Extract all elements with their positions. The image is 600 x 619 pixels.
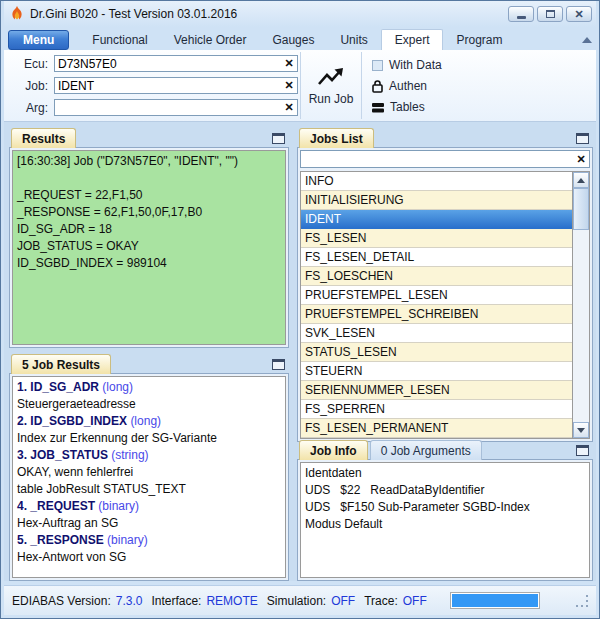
results-tab[interactable]: Results [11,128,76,148]
run-job-icon [316,66,346,88]
run-job-label: Run Job [309,92,354,106]
job-clear-icon[interactable]: ✕ [281,79,297,92]
jobs-list: INFOINITIALISIERUNGIDENTFS_LESENFS_LESEN… [301,172,572,438]
jobs-filter-clear-icon[interactable]: ✕ [573,153,589,166]
tables-button[interactable]: Tables [368,98,446,116]
progress-fill [452,594,538,607]
status-item: EDIABAS Version:7.3.0 [12,594,142,608]
tab-expert[interactable]: Expert [381,29,444,50]
log-line: [16:30:38] Job ("D73N57E0", "IDENT", "") [17,153,281,170]
result-name: 2. ID_SGBD_INDEX [17,414,130,428]
arg-clear-icon[interactable]: ✕ [281,101,297,114]
job-row-seriennummer_lesen[interactable]: SERIENNUMMER_LESEN [301,381,572,400]
jobs-list-tab[interactable]: Jobs List [299,128,374,148]
status-item: Interface:REMOTE [151,594,257,608]
status-value: 7.3.0 [116,594,143,608]
log-line: JOB_STATUS = OKAY [17,238,281,255]
tab-functional[interactable]: Functional [79,29,160,50]
jobs-scrollbar[interactable] [572,172,589,438]
status-label: Trace: [364,594,398,608]
authen-button[interactable]: Authen [368,77,446,95]
result-description: Steuergeraeteadresse [17,396,281,413]
tables-label: Tables [390,100,425,114]
jobs-filter-input[interactable] [301,152,573,167]
job-info-content: IdentdatenUDS $22 ReadDataByIdentifierUD… [300,462,590,578]
job-row-ident[interactable]: IDENT [301,210,572,229]
collapse-ribbon-icon[interactable] [582,37,592,43]
job-info-line: UDS $F150 Sub-Parameter SGBD-Index [305,499,585,516]
results-maximize-icon[interactable] [272,133,285,144]
job-info-tab[interactable]: Job Info [299,440,368,460]
tab-vehicle-order[interactable]: Vehicle Order [161,29,260,50]
minimize-icon [517,16,526,19]
job-result-name: 4. _REQUEST (binary) [17,498,281,515]
ecu-label: Ecu: [6,57,54,71]
job-row-fs_loeschen[interactable]: FS_LOESCHEN [301,267,572,286]
job-row-fs_lesen_detail[interactable]: FS_LESEN_DETAIL [301,248,572,267]
job-results-maximize-icon[interactable] [272,359,285,370]
job-result-name: 1. ID_SG_ADR (long) [17,379,281,396]
window-title: Dr.Gini B020 - Test Version 03.01.2016 [30,7,505,21]
app-window: Dr.Gini B020 - Test Version 03.01.2016 ✕… [0,0,600,619]
tab-units[interactable]: Units [327,29,380,50]
main-area: Results [16:30:38] Job ("D73N57E0", "IDE… [4,122,596,581]
arg-input[interactable] [55,100,281,115]
run-job-button[interactable]: Run Job [301,50,361,121]
checkbox-icon [372,60,383,71]
job-row-pruefstempel_lesen[interactable]: PRUEFSTEMPEL_LESEN [301,286,572,305]
job-info-maximize-icon[interactable] [576,445,589,456]
result-description: Hex-Auftrag an SG [17,515,281,532]
job-row-initialisierung[interactable]: INITIALISIERUNG [301,191,572,210]
result-description: OKAY, wenn fehlerfrei [17,464,281,481]
jobs-filter-box: ✕ [300,150,590,168]
job-label: Job: [6,79,54,93]
job-row-steuern[interactable]: STEUERN [301,362,572,381]
authen-label: Authen [389,79,427,93]
close-button[interactable]: ✕ [566,6,592,22]
job-results-list: 1. ID_SG_ADR (long)Steuergeraeteadresse2… [12,376,286,578]
job-input[interactable] [55,78,281,93]
result-name: 3. JOB_STATUS [17,448,111,462]
result-type: (binary) [107,533,148,547]
resize-grip-icon[interactable] [576,595,588,607]
job-row-info[interactable]: INFO [301,172,572,191]
minimize-button[interactable] [508,6,534,22]
arg-label: Arg: [6,101,54,115]
job-row-pruefstempel_schreiben[interactable]: PRUEFSTEMPEL_SCHREIBEN [301,305,572,324]
tab-gauges[interactable]: Gauges [259,29,327,50]
status-label: Simulation: [267,594,326,608]
log-line: ID_SGBD_INDEX = 989104 [17,255,281,272]
status-bar: EDIABAS Version:7.3.0Interface:REMOTESim… [4,585,596,615]
job-result-name: 2. ID_SGBD_INDEX (long) [17,413,281,430]
log-line: ID_SG_ADR = 18 [17,221,281,238]
status-items: EDIABAS Version:7.3.0Interface:REMOTESim… [12,594,436,608]
log-line [17,170,281,187]
log-line: _RESPONSE = 62,F1,50,0F,17,B0 [17,204,281,221]
job-result-name: 3. JOB_STATUS (string) [17,447,281,464]
title-bar: Dr.Gini B020 - Test Version 03.01.2016 ✕ [4,1,596,27]
status-value: OFF [331,594,355,608]
maximize-button[interactable] [537,6,563,22]
scroll-thumb[interactable] [573,188,589,230]
job-arguments-tab[interactable]: 0 Job Arguments [370,440,482,460]
job-row-fs_sperren[interactable]: FS_SPERREN [301,400,572,419]
ecu-clear-icon[interactable]: ✕ [281,57,297,70]
jobs-list-maximize-icon[interactable] [576,133,589,144]
job-row-fs_lesen[interactable]: FS_LESEN [301,229,572,248]
job-result-name: 5. _RESPONSE (binary) [17,532,281,549]
job-field-box: ✕ [54,77,298,94]
job-results-tab[interactable]: 5 Job Results [11,354,111,374]
scroll-track[interactable] [573,230,589,422]
result-type: (binary) [98,499,139,513]
menu-button[interactable]: Menu [8,30,69,50]
results-log: [16:30:38] Job ("D73N57E0", "IDENT", "")… [12,150,286,345]
scroll-down-icon [577,428,585,433]
scroll-up-button[interactable] [573,172,589,188]
ecu-input[interactable] [55,56,281,71]
with-data-toggle[interactable]: With Data [368,56,446,74]
tab-program[interactable]: Program [443,29,515,50]
app-flame-icon [10,6,24,22]
job-row-svk_lesen[interactable]: SVK_LESEN [301,324,572,343]
job-row-status_lesen[interactable]: STATUS_LESEN [301,343,572,362]
results-panel: Results [16:30:38] Job ("D73N57E0", "IDE… [9,128,289,348]
